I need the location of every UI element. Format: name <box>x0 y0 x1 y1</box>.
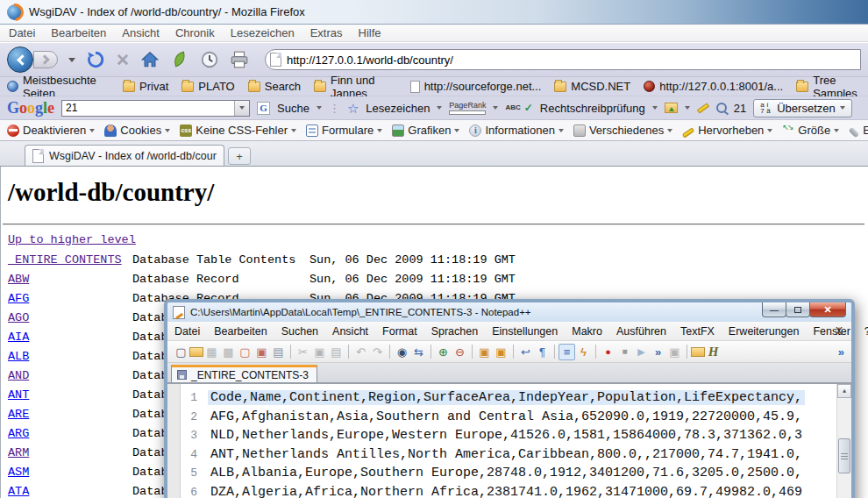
toolbar-icon[interactable]: ◉ <box>394 344 410 360</box>
firefox-titlebar[interactable]: WsgiDAV - Index of /world-db/country/ - … <box>0 0 868 25</box>
menu-item[interactable]: Datei <box>174 325 200 338</box>
url-input[interactable] <box>287 53 860 67</box>
google-bookmarks-button[interactable]: Lesezeichen <box>366 102 430 115</box>
toolbar-icon[interactable]: ▣ <box>311 344 328 360</box>
url-bar[interactable] <box>265 49 861 70</box>
devbar-item[interactable]: Extras <box>849 124 868 137</box>
toolbar-icon[interactable]: ▤ <box>328 344 345 360</box>
editor-area[interactable]: 1 Code,Name,Continent,Region,SurfaceArea… <box>167 383 851 498</box>
toolbar-icon[interactable]: ▣ <box>666 344 683 360</box>
bookmark-item[interactable]: Finn und Jannes <box>314 74 397 100</box>
entry-link[interactable]: ABW <box>8 273 29 286</box>
toolbar-icon[interactable]: ▤ <box>270 344 287 360</box>
toolbar-icon[interactable]: ↷ <box>369 344 386 360</box>
toolbar-icon[interactable] <box>389 345 390 359</box>
toolbar-icon[interactable] <box>687 345 687 359</box>
devbar-item[interactable]: Verschiedenes <box>573 124 672 137</box>
close-button[interactable]: ✕ <box>809 302 846 317</box>
tab-wsgidav[interactable]: WsgiDAV - Index of /world-db/count... <box>25 145 224 166</box>
send-to-folder-icon[interactable] <box>665 103 678 113</box>
stop-icon[interactable]: ✕ <box>116 52 130 68</box>
toolbar-icon[interactable]: ≡ <box>559 344 575 360</box>
reload-icon[interactable] <box>86 50 105 69</box>
google-search-box[interactable] <box>61 100 250 117</box>
spellcheck-caret[interactable] <box>652 106 658 110</box>
entry-link[interactable]: AND <box>8 369 29 382</box>
toolbar-icon[interactable]: ▣ <box>476 344 493 360</box>
toolbar-icon[interactable] <box>595 345 596 359</box>
toolbar-icon[interactable] <box>513 345 514 359</box>
scrollbar-thumb[interactable] <box>838 438 850 473</box>
toolbar-icon[interactable]: ϟ <box>575 344 592 360</box>
entry-link[interactable]: AFG <box>8 292 29 305</box>
up-to-higher-level-link[interactable]: Up to higher level <box>8 233 136 246</box>
search-history-dropdown[interactable] <box>234 101 249 116</box>
devbar-item[interactable]: Deaktivieren <box>7 124 95 137</box>
menu-item[interactable]: Bearbeiten <box>51 26 106 39</box>
menu-item[interactable]: Einstellungen <box>492 325 558 338</box>
menu-item[interactable]: Fenster <box>813 325 850 338</box>
toolbar-icon[interactable]: ¶ <box>534 344 551 360</box>
toolbar-icon[interactable] <box>348 345 349 359</box>
google-search-button[interactable]: Suche <box>277 102 309 115</box>
toolbar-icon[interactable] <box>691 347 705 357</box>
menu-item[interactable]: Ansicht <box>332 325 368 338</box>
bookmark-item[interactable]: Meistbesuchte Seiten <box>7 74 110 100</box>
entry-link[interactable]: ASM <box>8 466 29 479</box>
menu-item[interactable]: TextFX <box>680 325 715 338</box>
pagerank-caret[interactable] <box>493 106 498 110</box>
toolbar-icon[interactable]: ⊖ <box>452 344 468 360</box>
entry-link[interactable]: _ENTIRE_CONTENTS <box>8 253 122 267</box>
toolbar-icon[interactable]: ⊕ <box>435 344 452 360</box>
bookmark-item[interactable]: MCSD.NET <box>554 80 630 93</box>
menu-item[interactable]: Erweiterungen <box>729 325 800 338</box>
menu-item[interactable]: Makro <box>572 325 602 338</box>
highlighter-icon[interactable] <box>697 103 709 113</box>
toolbar-icon[interactable]: » <box>650 344 666 360</box>
toolbar-icon[interactable]: H <box>705 344 722 360</box>
entry-link[interactable]: AGO <box>8 311 29 324</box>
word-find-magnifier-icon[interactable] <box>716 103 727 113</box>
notepad-titlebar[interactable]: C:\Users\Martin\AppData\Local\Temp\_ENTI… <box>167 302 851 322</box>
bookmark-item[interactable]: Search <box>248 80 301 93</box>
vertical-scrollbar[interactable]: ▲ <box>836 384 851 498</box>
bookmark-item[interactable]: Tree Samples <box>796 74 868 100</box>
devbar-item[interactable]: Hervorheben <box>682 124 772 137</box>
menu-item[interactable]: Lesezeichen <box>231 26 295 39</box>
document-tab[interactable]: _ENTIRE_CONTENTS-3 <box>171 365 317 382</box>
toolbar-icon[interactable]: ■ <box>616 344 633 360</box>
leaf-extension-icon[interactable] <box>170 50 189 69</box>
toolbar-icon[interactable]: ● <box>600 344 616 360</box>
toolbar-icon[interactable]: ⇆ <box>410 344 427 360</box>
menu-item[interactable]: Datei <box>9 26 35 39</box>
entry-link[interactable]: ARG <box>8 427 29 440</box>
toolbar-icon[interactable]: ▣ <box>493 344 509 360</box>
entry-link[interactable]: ATA <box>8 485 29 498</box>
toolbar-icon[interactable] <box>189 347 203 357</box>
toolbar-icon[interactable]: ▩ <box>220 344 237 360</box>
menu-item[interactable]: Ansicht <box>122 26 160 39</box>
entry-link[interactable]: AIA <box>8 331 29 344</box>
devbar-item[interactable]: Informationen <box>469 124 564 137</box>
toolbar-icon[interactable]: ▢ <box>237 344 253 360</box>
entry-link[interactable]: ARE <box>8 408 29 421</box>
toolbar-icon[interactable] <box>554 345 555 359</box>
home-icon[interactable] <box>140 50 160 69</box>
entry-link[interactable]: ANT <box>8 388 29 402</box>
google-search-input[interactable] <box>62 102 234 114</box>
toolbar-icon[interactable]: ↩ <box>517 344 534 360</box>
devbar-item[interactable]: Keine CSS-Fehler <box>180 124 296 137</box>
menu-item[interactable]: Chronik <box>175 26 215 39</box>
menu-item[interactable]: ? <box>864 325 868 338</box>
menu-item[interactable]: Hilfe <box>359 26 381 39</box>
menu-item[interactable]: Extras <box>310 26 343 39</box>
pagerank-widget[interactable]: PageRank <box>449 102 486 115</box>
translate-button[interactable]: aí7ä Übersetzen <box>753 99 851 117</box>
history-dropdown-caret[interactable] <box>68 58 75 62</box>
spellcheck-button[interactable]: Rechtschreibprüfung <box>540 102 645 115</box>
menu-item[interactable]: Sprachen <box>431 325 479 338</box>
search-options-caret[interactable] <box>317 106 322 110</box>
toolbar-overflow-icon[interactable]: » <box>838 345 844 359</box>
menu-item[interactable]: Ausführen <box>616 325 666 338</box>
toolbar-icon[interactable]: ✂ <box>295 344 311 360</box>
